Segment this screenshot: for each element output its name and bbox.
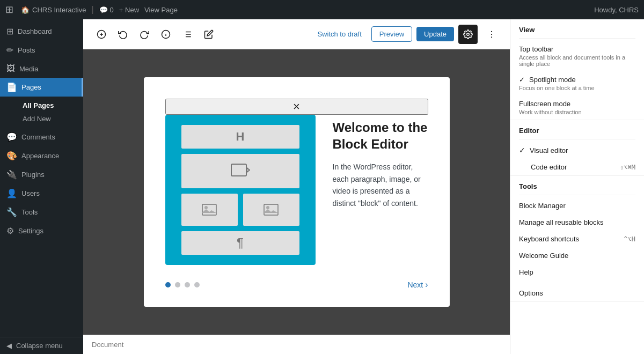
- manage-reusable-label: Manage all reusable blocks: [519, 218, 604, 226]
- keyboard-shortcuts-shortcut: ^⌥H: [624, 235, 635, 243]
- options-label: Options: [519, 289, 543, 297]
- pages-submenu: All Pages Add New: [0, 97, 83, 128]
- toolbar-right: Switch to draft Preview Update: [312, 25, 501, 44]
- sidebar-posts-label: Posts: [18, 46, 35, 54]
- sidebar-item-posts[interactable]: ✏ Posts: [0, 41, 83, 60]
- plugins-icon: 🔌: [6, 169, 17, 180]
- new-button[interactable]: + New: [119, 6, 139, 14]
- sidebar-item-tools[interactable]: 🔧 Tools: [0, 203, 83, 222]
- comments-icon: 💬: [6, 132, 17, 142]
- more-options-button[interactable]: [482, 25, 501, 44]
- modal-title: Welcome to the Block Editor: [333, 119, 428, 152]
- wp-logo-icon[interactable]: ⊞: [5, 4, 13, 16]
- undo-button[interactable]: [113, 25, 133, 44]
- sidebar-item-settings[interactable]: ⚙ Settings: [0, 222, 83, 240]
- modal-close-button[interactable]: ×: [165, 99, 428, 115]
- spotlight-button[interactable]: ✓ Spotlight mode: [510, 71, 644, 85]
- edit-button[interactable]: [199, 25, 218, 44]
- howdy-label: Howdy, CHRS: [594, 6, 639, 14]
- redo-button[interactable]: [135, 25, 154, 44]
- code-editor-label: Code editor: [531, 163, 567, 171]
- svg-point-18: [204, 206, 208, 209]
- main-layout: ⊞ Dashboard ✏ Posts 🖼 Media 📄 Pages All …: [0, 19, 644, 354]
- sidebar-dashboard-label: Dashboard: [18, 27, 52, 35]
- info-button[interactable]: [156, 25, 175, 44]
- modal-dot-2[interactable]: [175, 282, 180, 287]
- site-name[interactable]: 🏠 CHRS Interactive: [21, 6, 86, 14]
- sidebar-tools-label: Tools: [21, 208, 38, 216]
- modal-illustration: H: [165, 115, 316, 265]
- sidebar-item-pages[interactable]: 📄 Pages: [0, 78, 83, 97]
- code-editor-button[interactable]: Code editor ⇧⌥⌘M: [510, 159, 644, 175]
- users-icon: 👤: [6, 188, 17, 198]
- modal-footer: Next ›: [165, 280, 428, 290]
- svg-point-13: [491, 31, 492, 32]
- switch-to-draft-button[interactable]: Switch to draft: [312, 27, 367, 41]
- sidebar-subitem-all-pages[interactable]: All Pages: [16, 99, 83, 112]
- modal-overlay: × H: [83, 49, 510, 335]
- illus-video-block: [181, 154, 299, 188]
- view-page-link[interactable]: View Page: [144, 6, 178, 14]
- welcome-guide-button[interactable]: Welcome Guide: [510, 247, 644, 264]
- document-label: Document: [92, 341, 123, 349]
- home-icon: 🏠: [21, 6, 30, 14]
- illus-paragraph-block: ¶: [181, 231, 299, 255]
- view-section-header: View: [510, 19, 644, 38]
- tools-icon: 🔧: [6, 207, 17, 217]
- visual-editor-button[interactable]: ✓ Visual editor: [510, 142, 644, 159]
- modal-description: In the WordPress editor, each paragraph,…: [333, 161, 428, 209]
- svg-rect-17: [202, 204, 216, 215]
- illus-images-row: [181, 194, 299, 226]
- top-toolbar-button[interactable]: Top toolbar: [510, 41, 644, 54]
- preview-button[interactable]: Preview: [371, 26, 412, 42]
- bottom-bar: Document: [83, 335, 510, 354]
- spotlight-desc: Focus on one block at a time: [510, 85, 644, 95]
- chevron-right-icon: ›: [425, 280, 428, 290]
- posts-icon: ✏: [6, 45, 13, 55]
- illus-image-block-1: [181, 194, 238, 226]
- illus-image-block-2: [243, 194, 299, 226]
- modal-dot-3[interactable]: [185, 282, 190, 287]
- help-label: Help: [519, 268, 533, 276]
- editor-canvas[interactable]: W Start writing or type / to choose a bl…: [83, 49, 510, 335]
- spotlight-check-icon: ✓: [519, 76, 525, 84]
- right-panel: View Top toolbar Access all block and do…: [510, 19, 644, 354]
- add-block-button[interactable]: [92, 25, 111, 44]
- modal-dot-1[interactable]: [165, 282, 171, 287]
- keyboard-shortcuts-label: Keyboard shortcuts: [519, 235, 579, 243]
- dashboard-icon: ⊞: [6, 26, 13, 36]
- sidebar-item-appearance[interactable]: 🎨 Appearance: [0, 146, 83, 165]
- settings-panel-button[interactable]: [458, 25, 478, 44]
- collapse-menu-button[interactable]: ◀ Collapse menu: [0, 337, 83, 354]
- modal-dot-4[interactable]: [194, 282, 200, 287]
- sidebar: ⊞ Dashboard ✏ Posts 🖼 Media 📄 Pages All …: [0, 19, 83, 354]
- tools-section: Tools Block Manager Manage all reusable …: [510, 176, 644, 302]
- update-button[interactable]: Update: [416, 27, 454, 41]
- comments-link[interactable]: 💬 0: [99, 6, 114, 14]
- help-button[interactable]: Help: [510, 264, 644, 281]
- close-icon: ×: [293, 100, 300, 113]
- sidebar-item-plugins[interactable]: 🔌 Plugins: [0, 165, 83, 184]
- svg-rect-16: [231, 164, 246, 176]
- block-manager-label: Block Manager: [519, 202, 566, 210]
- sidebar-item-dashboard[interactable]: ⊞ Dashboard: [0, 22, 83, 41]
- sidebar-item-users[interactable]: 👤 Users: [0, 184, 83, 203]
- comment-icon: 💬: [99, 6, 108, 14]
- tools-section-header: Tools: [510, 176, 644, 195]
- modal-next-button[interactable]: Next ›: [407, 280, 428, 290]
- fullscreen-label: Fullscreen mode: [519, 100, 570, 108]
- block-manager-button[interactable]: Block Manager: [510, 197, 644, 214]
- sidebar-item-media[interactable]: 🖼 Media: [0, 60, 83, 78]
- options-button[interactable]: Options: [510, 285, 644, 301]
- sidebar-item-comments[interactable]: 💬 Comments: [0, 128, 83, 146]
- list-view-button[interactable]: [178, 25, 197, 44]
- keyboard-shortcuts-button[interactable]: Keyboard shortcuts ^⌥H: [510, 231, 644, 247]
- svg-point-15: [491, 36, 492, 38]
- sidebar-settings-label: Settings: [18, 227, 43, 235]
- fullscreen-button[interactable]: Fullscreen mode: [510, 95, 644, 109]
- welcome-modal: × H: [144, 77, 450, 307]
- sidebar-subitem-add-new[interactable]: Add New: [16, 112, 83, 126]
- illus-inner: H: [181, 125, 299, 255]
- manage-reusable-button[interactable]: Manage all reusable blocks: [510, 214, 644, 231]
- modal-content: Welcome to the Block Editor In the WordP…: [333, 115, 428, 209]
